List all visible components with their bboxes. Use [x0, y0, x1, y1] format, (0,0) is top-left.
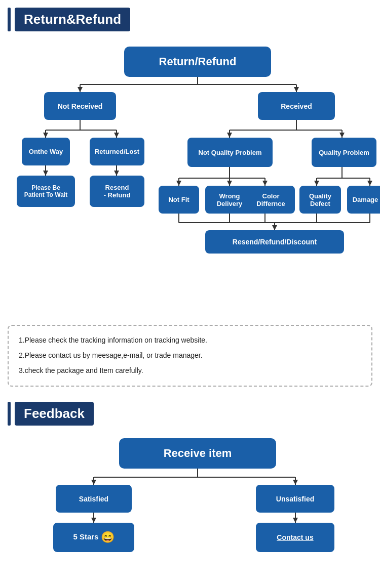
info-line-2: 2.Please contact us by meesage,e-mail, o… [19, 348, 361, 362]
return-refund-header: Return&Refund [8, 8, 372, 31]
svg-marker-27 [176, 181, 181, 186]
svg-marker-51 [91, 518, 96, 523]
returned-lost-node: Returned/Lost [90, 138, 144, 165]
return-info-box: 1.Please check the tracking information … [8, 325, 372, 387]
color-differnce-node: ColorDiffernce [247, 186, 295, 214]
root-node: Return/Refund [124, 47, 271, 77]
unsatisfied-node: Unsatisfied [256, 485, 334, 513]
svg-marker-48 [91, 480, 96, 485]
svg-marker-16 [227, 133, 232, 138]
received-node: Received [258, 92, 335, 120]
feedback-root-node: Receive item [119, 438, 276, 469]
info-line-1: 1.Please check the tracking information … [19, 333, 361, 347]
svg-marker-49 [293, 480, 298, 485]
svg-marker-4 [78, 87, 83, 92]
return-refund-flowchart: Return/Refund Not Received Received Onth… [8, 41, 372, 315]
svg-marker-28 [227, 181, 232, 186]
feedback-header-bar [8, 402, 11, 426]
feedback-flowchart: Receive item Satisfied Unsatisfied 5 Sta… [8, 436, 372, 588]
svg-marker-53 [293, 518, 298, 523]
feedback-header: Feedback [8, 402, 372, 426]
quality-defect-node: QualityDefect [299, 186, 341, 214]
svg-marker-34 [314, 181, 319, 186]
return-refund-section: Return&Refund [8, 8, 372, 387]
feedback-section: Feedback Receive item Satisfied [8, 402, 372, 588]
resend-refund-node: Resend - Refund [90, 176, 144, 207]
onthe-way-node: Onthe Way [22, 138, 70, 165]
damage-node: Damage [347, 186, 380, 214]
resend-refund-discount-node: Resend/Refund/Discount [205, 230, 344, 254]
not-quality-problem-node: Not Quality Problem [187, 138, 273, 167]
patient-wait-node: Please Be Patient To Wait [17, 176, 75, 207]
header-bar [8, 8, 11, 31]
not-received-node: Not Received [44, 92, 116, 120]
quality-problem-node: Quality Problem [312, 138, 376, 167]
return-refund-title: Return&Refund [15, 8, 130, 31]
feedback-title: Feedback [15, 402, 94, 426]
svg-marker-17 [339, 133, 345, 138]
svg-marker-35 [367, 181, 372, 186]
svg-marker-21 [114, 171, 119, 176]
info-line-3: 3.check the package and Item carefully. [19, 363, 361, 377]
svg-marker-29 [262, 181, 268, 186]
svg-marker-10 [43, 133, 48, 138]
svg-marker-43 [272, 225, 277, 230]
not-fit-node: Not Fit [159, 186, 199, 214]
contact-us-node[interactable]: Contact us [256, 523, 334, 552]
svg-marker-11 [114, 133, 119, 138]
five-stars-node: 5 Stars 😄 [53, 523, 134, 552]
satisfied-node: Satisfied [56, 485, 132, 513]
svg-marker-19 [43, 171, 48, 176]
svg-marker-5 [294, 87, 299, 92]
